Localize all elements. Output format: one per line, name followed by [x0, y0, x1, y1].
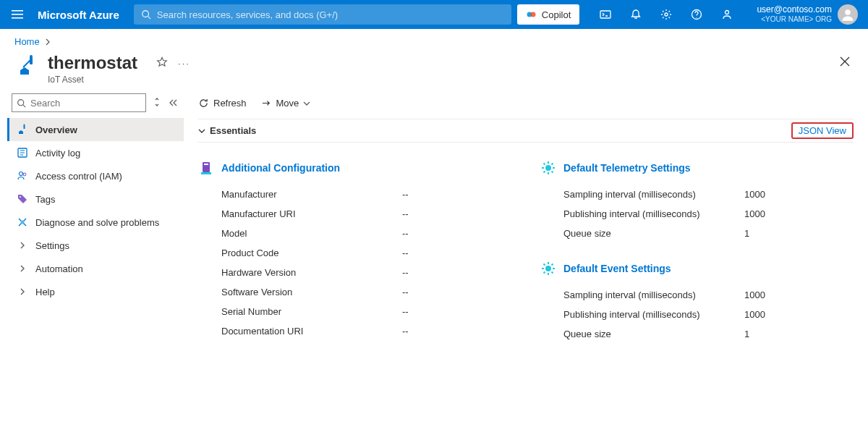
brand[interactable]: Microsoft Azure	[38, 9, 119, 21]
telemetry-icon	[540, 160, 556, 176]
kv-row: Model--	[198, 224, 511, 243]
user-org: <YOUR NAME> ORG	[757, 14, 832, 25]
kv-key: Sampling interval (milliseconds)	[563, 289, 744, 300]
kv-row: Manufacturer--	[198, 185, 511, 204]
essentials-toggle[interactable]: Essentials	[198, 125, 256, 136]
kv-row: Sampling interval (milliseconds)1000	[540, 185, 854, 204]
notifications-icon[interactable]	[621, 0, 650, 29]
sidebar-item-diagnose[interactable]: Diagnose and solve problems	[7, 211, 184, 234]
sidebar-item-help[interactable]: Help	[7, 280, 184, 303]
topbar: Microsoft Azure Copilot user@contoso.com…	[0, 0, 868, 29]
kv-key: Manufacturer URI	[221, 208, 402, 219]
user-block[interactable]: user@contoso.com <YOUR NAME> ORG	[757, 4, 862, 25]
kv-row: Queue size1	[540, 324, 854, 344]
sidebar-item-label: Tags	[35, 194, 55, 205]
kv-key: Hardware Version	[221, 267, 402, 278]
global-search[interactable]	[134, 4, 511, 25]
sidebar-item-settings[interactable]: Settings	[7, 234, 184, 257]
refresh-label: Refresh	[213, 98, 247, 109]
sidebar-item-label: Settings	[35, 240, 69, 251]
kv-value: 1000	[744, 289, 765, 300]
toolbar: Refresh Move	[198, 88, 854, 119]
svg-rect-30	[201, 172, 211, 174]
close-button[interactable]	[836, 53, 854, 70]
move-button[interactable]: Move	[261, 98, 311, 109]
global-search-input[interactable]	[157, 9, 504, 20]
breadcrumb-home[interactable]: Home	[14, 36, 40, 47]
svg-point-3	[142, 11, 149, 17]
tags-icon	[17, 193, 28, 205]
help-icon[interactable]	[682, 0, 711, 29]
cloud-shell-icon[interactable]	[591, 0, 620, 29]
kv-value: --	[402, 208, 409, 219]
svg-point-24	[20, 172, 23, 176]
essentials-row: Essentials JSON View	[198, 119, 854, 143]
svg-rect-7	[600, 11, 610, 18]
sidebar-search-input[interactable]	[30, 98, 141, 109]
kv-value: --	[402, 287, 409, 297]
kv-row: Software Version--	[198, 282, 511, 302]
svg-rect-18	[24, 125, 25, 129]
kv-value: --	[402, 326, 409, 337]
svg-point-8	[665, 13, 668, 16]
kv-value: --	[402, 306, 409, 317]
kv-value: 1000	[744, 309, 765, 320]
sidebar-item-label: Activity log	[35, 148, 80, 159]
sidebar-item-label: Automation	[35, 263, 83, 274]
event-section: Default Event Settings Sampling interval…	[540, 261, 854, 344]
favorite-star-icon[interactable]	[156, 56, 168, 70]
sidebar-item-label: Help	[35, 287, 55, 297]
copilot-button[interactable]: Copilot	[517, 4, 579, 25]
hamburger-menu[interactable]	[6, 3, 29, 26]
kv-key: Sampling interval (milliseconds)	[563, 189, 744, 200]
chevron-right-icon	[17, 263, 28, 274]
kv-key: Queue size	[563, 228, 744, 239]
page-title: thermostat	[48, 53, 137, 73]
essentials-label: Essentials	[210, 125, 256, 136]
avatar[interactable]	[838, 4, 858, 25]
chevron-right-icon	[17, 240, 28, 251]
sidebar-item-activity-log[interactable]: Activity log	[7, 141, 184, 164]
sidebar-item-overview[interactable]: Overview	[7, 118, 184, 141]
sidebar-item-tags[interactable]: Tags	[7, 187, 184, 211]
json-view-button[interactable]: JSON View	[791, 122, 854, 139]
kv-value: --	[402, 248, 409, 258]
breadcrumb: Home	[0, 29, 868, 47]
svg-point-6	[530, 12, 535, 17]
kv-key: Model	[221, 228, 402, 239]
sidebar-search[interactable]	[12, 93, 146, 112]
expand-icon[interactable]	[153, 97, 161, 109]
settings-icon[interactable]	[652, 0, 681, 29]
kv-row: Queue size1	[540, 224, 854, 243]
collapse-icon[interactable]	[168, 98, 178, 109]
move-label: Move	[276, 98, 299, 109]
kv-row: Publishing interval (milliseconds)1000	[540, 204, 854, 224]
svg-rect-0	[12, 10, 23, 12]
page-subtitle: IoT Asset	[48, 75, 190, 85]
svg-point-13	[30, 55, 33, 58]
kv-row: Product Code--	[198, 243, 511, 263]
overview-icon	[17, 124, 28, 135]
top-icons	[591, 0, 741, 29]
chevron-down-icon	[198, 127, 205, 135]
svg-point-16	[18, 99, 24, 105]
kv-value: 1000	[744, 208, 765, 219]
chevron-down-icon	[303, 100, 310, 107]
feedback-icon[interactable]	[712, 0, 741, 29]
more-actions-icon[interactable]: ···	[178, 58, 190, 69]
sidebar-item-automation[interactable]: Automation	[7, 257, 184, 280]
kv-row: Serial Number--	[198, 302, 511, 321]
svg-point-11	[845, 9, 851, 15]
kv-value: --	[402, 267, 409, 278]
kv-value: 1	[744, 228, 749, 239]
resource-icon	[14, 53, 41, 79]
refresh-button[interactable]: Refresh	[198, 98, 247, 109]
sidebar-item-label: Access control (IAM)	[35, 171, 122, 182]
telemetry-section: Default Telemetry Settings Sampling inte…	[540, 160, 854, 243]
kv-row: Manufacturer URI--	[198, 204, 511, 224]
svg-point-25	[23, 173, 26, 176]
svg-point-19	[24, 124, 25, 126]
kv-row: Hardware Version--	[198, 263, 511, 282]
sidebar-item-access-control[interactable]: Access control (IAM)	[7, 164, 184, 187]
kv-key: Publishing interval (milliseconds)	[563, 309, 744, 320]
